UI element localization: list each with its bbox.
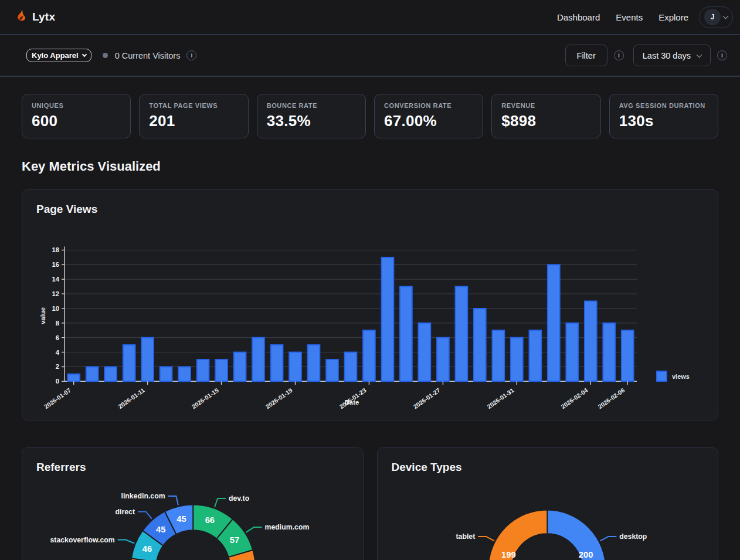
bar-2026-01-21[interactable] xyxy=(326,359,338,381)
segment-label-desktop: desktop xyxy=(619,532,647,541)
bar-2026-01-15[interactable] xyxy=(215,359,228,381)
stat-label: AVG SESSION DURATION xyxy=(619,102,708,109)
svg-text:6: 6 xyxy=(56,334,59,341)
stat-value: $898 xyxy=(501,112,590,130)
info-icon[interactable]: i xyxy=(614,50,624,60)
label-connector xyxy=(600,537,616,541)
page-views-bar-chart[interactable]: 0246810121416182026-01-072026-01-112026-… xyxy=(22,190,718,420)
site-selector[interactable]: Kylo Apparel xyxy=(26,49,91,62)
bar-2026-01-12[interactable] xyxy=(160,366,172,381)
svg-text:2026-01-19: 2026-01-19 xyxy=(264,387,294,410)
svg-text:16: 16 xyxy=(52,261,59,268)
bar-2026-01-28[interactable] xyxy=(456,287,468,382)
bar-2026-01-29[interactable] xyxy=(474,308,486,381)
info-icon[interactable]: i xyxy=(186,50,196,60)
nav-link-events[interactable]: Events xyxy=(616,12,643,22)
bar-2026-01-27[interactable] xyxy=(437,338,449,382)
chevron-down-icon xyxy=(697,52,702,58)
y-axis-title: value xyxy=(39,307,46,324)
bar-2026-01-17[interactable] xyxy=(252,338,264,382)
bar-2026-02-02[interactable] xyxy=(548,264,560,381)
stat-card-conversion-rate: CONVERSION RATE 67.00% xyxy=(374,94,483,138)
info-icon[interactable]: i xyxy=(717,50,727,60)
label-connector xyxy=(478,537,494,541)
site-header-right: Filter i Last 30 days i xyxy=(565,45,727,66)
donut-segment-desktop[interactable] xyxy=(546,510,606,560)
segment-label-medium.com: medium.com xyxy=(265,523,310,531)
chart-legend[interactable]: views xyxy=(656,371,690,382)
bar-2026-01-11[interactable] xyxy=(141,338,154,382)
svg-text:12: 12 xyxy=(52,290,59,297)
stat-value: 600 xyxy=(32,112,121,130)
segment-value: 66 xyxy=(205,515,215,525)
svg-text:2026-02-04: 2026-02-04 xyxy=(560,387,589,410)
bar-2026-01-22[interactable] xyxy=(345,352,357,382)
bar-2026-01-25[interactable] xyxy=(400,287,412,382)
bars xyxy=(67,257,633,381)
y-axis-ticks: 024681012141618 xyxy=(52,246,64,385)
segment-label-tablet: tablet xyxy=(456,532,475,541)
bar-2026-01-14[interactable] xyxy=(197,359,209,381)
bar-2026-01-24[interactable] xyxy=(382,257,394,381)
stat-value: 67.00% xyxy=(384,112,473,130)
stat-label: REVENUE xyxy=(501,102,590,109)
bar-2026-01-18[interactable] xyxy=(271,345,283,381)
date-range-value: Last 30 days xyxy=(643,51,691,60)
user-menu[interactable]: J xyxy=(699,6,733,28)
bar-2026-01-20[interactable] xyxy=(308,345,320,381)
bar-2026-01-07[interactable] xyxy=(67,374,80,381)
svg-text:2026-01-31: 2026-01-31 xyxy=(486,387,515,410)
x-axis-ticks: 2026-01-072026-01-112026-01-152026-01-19… xyxy=(43,381,627,410)
bar-2026-01-30[interactable] xyxy=(493,330,505,381)
bar-2026-01-08[interactable] xyxy=(86,366,99,381)
avatar[interactable]: J xyxy=(704,9,721,25)
current-visitors-label: 0 Current Visitors xyxy=(115,51,181,60)
svg-text:18: 18 xyxy=(52,246,59,253)
stat-label: BOUNCE RATE xyxy=(267,102,356,109)
site-selector-value: Kylo Apparel xyxy=(32,51,79,60)
segment-value: 46 xyxy=(142,544,152,553)
svg-text:4: 4 xyxy=(56,349,60,356)
referrers-card: Referrers 66dev.to57medium.com46stackove… xyxy=(22,447,364,560)
bar-2026-02-04[interactable] xyxy=(585,301,597,382)
bottom-row: Referrers 66dev.to57medium.com46stackove… xyxy=(22,447,718,560)
nav-link-explore[interactable]: Explore xyxy=(658,12,688,22)
date-range-selector[interactable]: Last 30 days xyxy=(633,45,711,66)
top-nav: Lytx Dashboard Events Explore J xyxy=(0,0,740,35)
bar-2026-01-31[interactable] xyxy=(511,338,523,382)
bar-2026-01-26[interactable] xyxy=(419,323,431,381)
label-connector xyxy=(138,512,152,519)
label-connector xyxy=(168,496,178,505)
bar-2026-02-03[interactable] xyxy=(566,323,578,381)
section-title: Key Metrics Visualized xyxy=(22,159,718,174)
bar-2026-01-16[interactable] xyxy=(234,352,246,382)
segment-value: 199 xyxy=(501,550,516,559)
stat-value: 33.5% xyxy=(267,112,356,130)
svg-text:10: 10 xyxy=(52,305,59,312)
nav-link-dashboard[interactable]: Dashboard xyxy=(557,12,600,22)
bar-2026-01-09[interactable] xyxy=(104,366,117,381)
bar-2026-01-13[interactable] xyxy=(178,366,191,381)
stat-card-bounce-rate: BOUNCE RATE 33.5% xyxy=(257,94,366,138)
segment-value: 57 xyxy=(230,535,239,545)
x-axis-title: Date xyxy=(345,399,359,406)
bar-2026-02-05[interactable] xyxy=(603,323,615,381)
nav-links: Dashboard Events Explore xyxy=(557,12,688,22)
device-types-donut-chart[interactable]: 200desktop199tablet xyxy=(378,448,718,560)
donut-segment-tablet[interactable] xyxy=(488,510,547,560)
svg-text:2026-01-15: 2026-01-15 xyxy=(191,387,220,410)
bar-2026-01-23[interactable] xyxy=(363,330,375,381)
bar-2026-02-06[interactable] xyxy=(622,330,634,381)
bar-2026-01-10[interactable] xyxy=(123,345,135,381)
svg-text:2026-01-27: 2026-01-27 xyxy=(412,387,442,410)
filter-button[interactable]: Filter xyxy=(565,45,607,66)
flame-logo-icon xyxy=(15,10,27,24)
referrers-donut-chart[interactable]: 66dev.to57medium.com46stackoverflow.com4… xyxy=(22,448,363,560)
device-types-card: Device Types 200desktop199tablet xyxy=(377,447,719,560)
segment-value: 200 xyxy=(578,550,593,559)
stat-card-total-page-views: TOTAL PAGE VIEWS 201 xyxy=(139,94,248,138)
bar-2026-02-01[interactable] xyxy=(529,330,542,381)
svg-text:8: 8 xyxy=(56,320,59,327)
bar-2026-01-19[interactable] xyxy=(289,352,301,382)
visitors-status-dot-icon xyxy=(103,53,108,58)
